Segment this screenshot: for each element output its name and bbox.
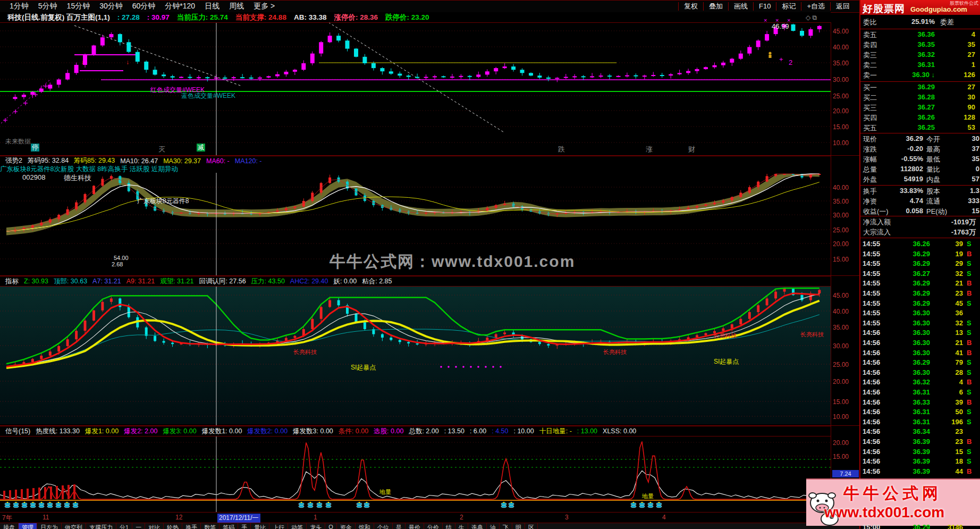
sell-level-price: 36.32 <box>892 51 935 58</box>
p3-header-token: 回调认同: 27.56 <box>199 277 246 286</box>
quote-sidebar[interactable]: 委比25.91%委差卖五36.364卖四36.3535卖三36.3227卖二36… <box>860 15 980 529</box>
taskbar-item-28[interactable]: 飞 <box>500 523 512 529</box>
sidebar-row-tick: 14:5536.3032S <box>860 319 980 329</box>
tick-dir: B <box>967 438 971 446</box>
p2-header-token: 筹码85: 29.43 <box>74 156 115 165</box>
sidebar-separator <box>860 185 980 186</box>
info-label2: PE(动) <box>926 207 947 216</box>
tick-volume: 13 <box>932 329 963 337</box>
taskbar-item-14[interactable]: 上行 <box>269 523 288 529</box>
menu-item-5分钟[interactable]: 5分钟 <box>38 2 57 11</box>
date-tick[interactable]: 2 <box>460 514 463 521</box>
chart-text-label: 54.00 <box>114 255 129 261</box>
tick-time: 15:00 <box>863 523 880 529</box>
tick-price: 36.29 <box>890 523 930 529</box>
menu-item-1分钟[interactable]: 1分钟 <box>10 2 29 11</box>
taskbar-item-26[interactable]: 选典 <box>468 523 487 529</box>
chart-text-label: SI起暴点 <box>351 363 376 372</box>
menu-item-更多 >[interactable]: 更多 > <box>254 2 275 11</box>
tick-volume: 32 <box>932 270 963 278</box>
taskbar-item-11[interactable]: 签码 <box>219 523 238 529</box>
taskbar-item-3[interactable]: 做空列 <box>62 523 86 529</box>
tick-time: 14:56 <box>863 378 880 386</box>
date-cursor[interactable]: 2017/12/11/一 <box>217 514 260 523</box>
menu-item-日线[interactable]: 日线 <box>205 2 219 11</box>
sell-level-label: 卖一 <box>863 71 877 80</box>
taskbar-item-4[interactable]: 支撑压力 <box>86 523 116 529</box>
taskbar-item-19[interactable]: 馆和 <box>356 523 374 529</box>
sell-level-volume: 4 <box>940 30 975 38</box>
taskbar-item-18[interactable]: 资金 <box>337 523 356 529</box>
toolbar-button-返回[interactable]: 返回 <box>830 2 855 11</box>
sidebar-row-buy-level2: 买三36.2790 <box>860 103 980 113</box>
axis-label: 35.00 <box>833 324 858 331</box>
taskbar-item-25[interactable]: 生 <box>455 523 468 529</box>
taskbar-item-22[interactable]: 最价 <box>405 523 424 529</box>
taskbar-item-17[interactable]: Q <box>325 523 337 529</box>
taskbar-item-15[interactable]: 动签 <box>288 523 307 529</box>
taskbar-item-12[interactable]: 手 <box>238 523 251 529</box>
taskbar-item-5[interactable]: 分1 <box>116 523 132 529</box>
taskbar-item-2[interactable]: 日左为 <box>37 523 62 529</box>
taskbar-item-13[interactable]: 量比 <box>251 523 269 529</box>
date-axis[interactable]: 7年11122017/12/11/一1234 <box>0 512 859 523</box>
date-tick[interactable]: 7年 <box>2 514 12 523</box>
taskbar-item-24[interactable]: 结 <box>443 523 455 529</box>
toolbar-button-画线[interactable]: 画线 <box>728 2 753 11</box>
toolbar-button-叠加[interactable]: 叠加 <box>703 2 728 11</box>
taskbar-item-21[interactable]: 是 <box>393 523 405 529</box>
axis-label: 45.00 <box>833 28 858 35</box>
buy-level-volume: 30 <box>940 93 975 101</box>
menu-item-60分钟[interactable]: 60分钟 <box>132 2 156 11</box>
taskbar-item-0[interactable]: 操盘 <box>0 523 19 529</box>
taskbar-item-23[interactable]: 分价 <box>424 523 443 529</box>
info-label2: 股本 <box>926 187 940 196</box>
taskbar-item-16[interactable]: 龙头 <box>307 523 325 529</box>
taskbar-item-29[interactable]: 明 <box>512 523 525 529</box>
axis-label: 15.00 <box>833 453 858 460</box>
ad-title: 好股票网 <box>863 2 905 15</box>
tick-price: 36.30 <box>890 368 930 376</box>
taskbar-item-9[interactable]: 换手 <box>182 523 201 529</box>
date-tick[interactable]: 4 <box>662 514 666 521</box>
taskbar-item-7[interactable]: 对比 <box>145 523 164 529</box>
taskbar-item-27[interactable]: 油 <box>487 523 500 529</box>
separator-p1 <box>0 155 859 156</box>
taskbar-item-6[interactable]: 一 <box>132 523 145 529</box>
tick-price: 36.31 <box>890 408 930 416</box>
sector-tags-row[interactable]: 广东板块8元器件8次新股 大数据 8昨高换手 活跃股 近期异动 <box>0 165 831 173</box>
buy-level-price: 36.29 <box>892 83 935 91</box>
chart-text-label: 长亮科技 <box>603 348 627 356</box>
tick-dir: B <box>967 339 971 347</box>
toolbar-button-标记[interactable]: 标记 <box>776 2 801 11</box>
weibi-value: 25.91% <box>892 18 935 26</box>
info-value: -0.55% <box>883 155 923 163</box>
taskbar-item-30[interactable]: 区 <box>525 523 538 529</box>
p2-header-token: MA120: - <box>235 157 262 165</box>
menu-item-15分钟[interactable]: 15分钟 <box>67 2 90 11</box>
toolbar-button-+自选[interactable]: +自选 <box>801 2 830 11</box>
chart-text-label: 地量 <box>379 488 391 496</box>
sidebar-row-buy-level4: 买五36.2553 <box>860 123 980 133</box>
tick-dir: B <box>967 250 971 258</box>
taskbar-item-10[interactable]: 数签 <box>201 523 219 529</box>
sidebar-row-tick: 14:5636.3944B <box>860 467 980 477</box>
taskbar-item-1[interactable]: 管理 <box>19 523 37 529</box>
date-tick[interactable]: 12 <box>175 514 182 521</box>
date-tick[interactable]: 11 <box>43 514 49 521</box>
p4-header-token: 爆发1: 0.00 <box>85 427 119 436</box>
bottom-taskbar[interactable]: 操盘管理日左为做空列支撑压力分1一对比轮热换手数签签码手量比上行动签龙头Q资金馆… <box>0 523 859 529</box>
taskbar-item-20[interactable]: 个位 <box>374 523 393 529</box>
toolbar-button-F10[interactable]: F10 <box>753 2 776 11</box>
chart-text-label: 地量 <box>642 492 654 500</box>
ad-banner[interactable]: 好股票网 Goodgupiao.com 股票软件公式 <box>859 0 980 15</box>
date-tick[interactable]: 3 <box>565 514 569 521</box>
date-tick[interactable]: 1 <box>314 514 317 521</box>
taskbar-item-8[interactable]: 轮热 <box>164 523 182 529</box>
menu-item-30分钟[interactable]: 30分钟 <box>99 2 123 11</box>
menu-item-分钟*120[interactable]: 分钟*120 <box>165 2 195 11</box>
tick-price: 36.31 <box>890 418 930 426</box>
menu-item-周线[interactable]: 周线 <box>229 2 244 11</box>
tick-price: 36.29 <box>890 299 930 307</box>
toolbar-button-复权[interactable]: 复权 <box>678 2 703 11</box>
